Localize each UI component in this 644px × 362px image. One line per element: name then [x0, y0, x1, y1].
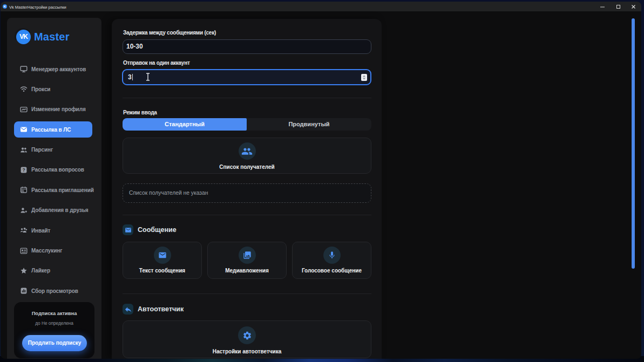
svg-text:?: ?: [22, 167, 25, 173]
